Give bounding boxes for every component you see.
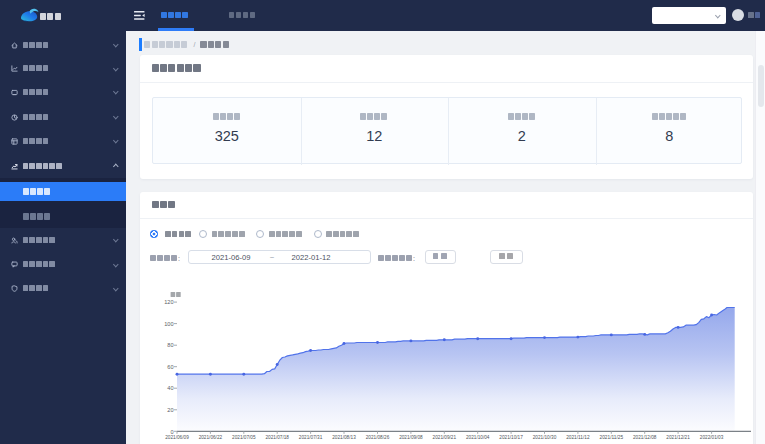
svg-text:2021/07/05: 2021/07/05 xyxy=(232,434,256,440)
svg-text:2021/10/04: 2021/10/04 xyxy=(466,434,490,440)
svg-text:0: 0 xyxy=(170,429,173,435)
svg-text:2021/09/08: 2021/09/08 xyxy=(399,434,423,440)
svg-text:2021/10/17: 2021/10/17 xyxy=(499,434,523,440)
svg-text:2021/12/21: 2021/12/21 xyxy=(666,434,690,440)
svg-text:2021/08/13: 2021/08/13 xyxy=(332,434,356,440)
svg-text:40: 40 xyxy=(167,385,173,391)
svg-text:2021/10/30: 2021/10/30 xyxy=(533,434,557,440)
svg-text:2021/07/31: 2021/07/31 xyxy=(299,434,323,440)
svg-text:2021/07/18: 2021/07/18 xyxy=(265,434,289,440)
svg-text:2021/06/22: 2021/06/22 xyxy=(199,434,223,440)
svg-text:120: 120 xyxy=(164,299,173,305)
svg-text:2021/09/21: 2021/09/21 xyxy=(433,434,457,440)
svg-text:2021/11/25: 2021/11/25 xyxy=(600,434,624,440)
svg-text:2021/11/12: 2021/11/12 xyxy=(566,434,590,440)
svg-text:100: 100 xyxy=(164,321,173,327)
svg-text:20: 20 xyxy=(167,407,173,413)
svg-text:2021/08/26: 2021/08/26 xyxy=(366,434,390,440)
svg-text:2021/12/08: 2021/12/08 xyxy=(633,434,657,440)
svg-text:80: 80 xyxy=(167,342,173,348)
svg-text:2021/06/09: 2021/06/09 xyxy=(165,434,189,440)
svg-text:60: 60 xyxy=(167,364,173,370)
svg-text:2022/01/03: 2022/01/03 xyxy=(700,434,724,440)
